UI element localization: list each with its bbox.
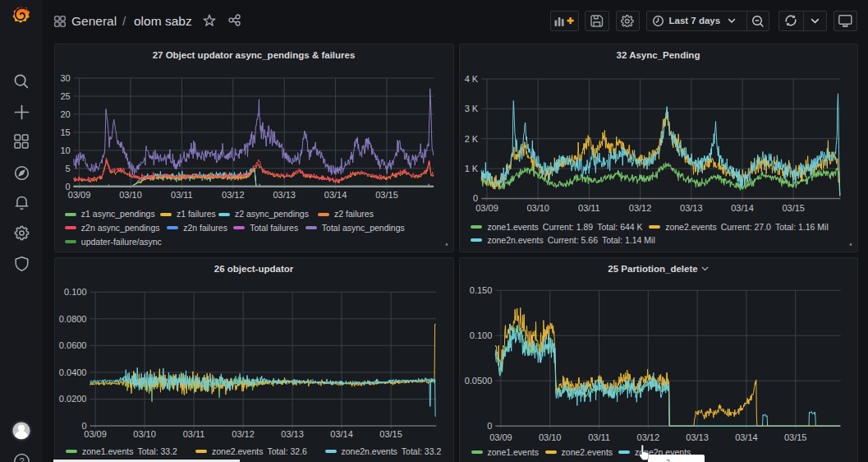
svg-text:03/10: 03/10 <box>526 203 549 213</box>
svg-text:03/15: 03/15 <box>783 432 806 442</box>
svg-text:03/11: 03/11 <box>171 190 193 200</box>
svg-text:0: 0 <box>473 193 478 203</box>
svg-text:10: 10 <box>60 146 70 155</box>
svg-text:03/13: 03/13 <box>281 429 304 439</box>
svg-text:0.0200: 0.0200 <box>58 394 86 404</box>
svg-text:0.100: 0.100 <box>469 330 492 340</box>
svg-text:0.0500: 0.0500 <box>464 376 492 386</box>
svg-text:03/11: 03/11 <box>182 429 204 439</box>
svg-text:03/13: 03/13 <box>273 190 296 200</box>
svg-text:30: 30 <box>60 73 70 83</box>
svg-text:03/13: 03/13 <box>680 203 703 213</box>
svg-text:03/12: 03/12 <box>636 432 659 442</box>
svg-text:03/12: 03/12 <box>232 429 255 439</box>
svg-text:03/15: 03/15 <box>782 203 805 213</box>
svg-text:03/14: 03/14 <box>735 432 758 442</box>
svg-text:3 K: 3 K <box>464 104 478 113</box>
svg-text:03/10: 03/10 <box>119 190 142 200</box>
svg-text:?: ? <box>19 456 24 462</box>
svg-text:03/09: 03/09 <box>489 432 512 442</box>
svg-text:20: 20 <box>60 109 70 119</box>
svg-text:03/11: 03/11 <box>588 432 610 442</box>
svg-text:03/14: 03/14 <box>330 429 353 439</box>
svg-text:15: 15 <box>60 127 70 137</box>
svg-text:5: 5 <box>65 164 70 173</box>
svg-text:0.100: 0.100 <box>63 287 86 297</box>
svg-text:03/10: 03/10 <box>133 429 156 439</box>
svg-text:0: 0 <box>487 421 492 431</box>
svg-text:0.0400: 0.0400 <box>58 367 86 377</box>
svg-text:03/12: 03/12 <box>222 190 245 200</box>
svg-text:03/10: 03/10 <box>538 432 561 442</box>
svg-text:25: 25 <box>60 91 70 101</box>
svg-text:03/15: 03/15 <box>375 190 398 200</box>
svg-text:03/14: 03/14 <box>324 190 347 200</box>
svg-text:03/11: 03/11 <box>578 203 600 213</box>
svg-text:03/09: 03/09 <box>475 203 498 213</box>
svg-text:4 K: 4 K <box>464 74 478 84</box>
svg-text:0.150: 0.150 <box>469 285 492 295</box>
svg-text:1 K: 1 K <box>464 164 478 173</box>
svg-text:03/14: 03/14 <box>731 203 754 213</box>
svg-text:0.0600: 0.0600 <box>58 340 86 350</box>
svg-text:0.0800: 0.0800 <box>58 313 86 323</box>
svg-text:03/09: 03/09 <box>84 429 107 439</box>
svg-text:03/09: 03/09 <box>67 190 90 200</box>
svg-text:03/13: 03/13 <box>686 432 709 442</box>
svg-text:03/15: 03/15 <box>379 429 402 439</box>
svg-text:2 K: 2 K <box>464 134 478 144</box>
svg-text:03/12: 03/12 <box>628 203 651 213</box>
